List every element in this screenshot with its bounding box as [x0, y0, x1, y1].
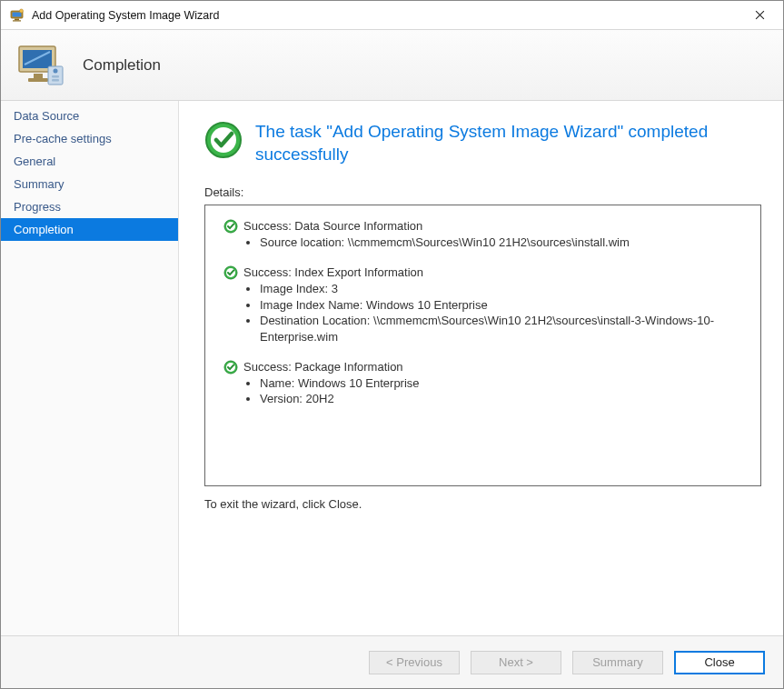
section-items: Name: Windows 10 EnterpriseVersion: 20H2 [260, 375, 746, 407]
success-icon [204, 121, 243, 159]
content-pane: The task "Add Operating System Image Wiz… [179, 101, 783, 635]
previous-button: < Previous [369, 651, 460, 674]
section-title: Success: Index Export Information [243, 265, 423, 281]
svg-rect-3 [13, 20, 21, 21]
details-section: Success: Package InformationName: Window… [223, 359, 746, 407]
section-header: Success: Data Source Information [223, 218, 746, 235]
svg-rect-7 [34, 74, 43, 78]
section-header: Success: Package Information [223, 359, 746, 375]
details-section: Success: Index Export InformationImage I… [223, 265, 746, 344]
main-row: Data SourcePre-cache settingsGeneralSumm… [1, 101, 783, 635]
headline-row: The task "Add Operating System Image Wiz… [204, 121, 761, 165]
exit-hint: To exit the wizard, click Close. [204, 497, 761, 511]
section-item: Image Index Name: Windows 10 Enterprise [260, 297, 746, 314]
wizard-banner: Completion [1, 30, 783, 101]
details-section: Success: Data Source InformationSource l… [223, 218, 746, 250]
svg-rect-11 [52, 75, 59, 78]
svg-rect-8 [28, 78, 48, 82]
section-items: Source location: \\cmmemcm\Sources\Win10… [260, 235, 746, 251]
svg-point-10 [54, 68, 58, 73]
step-title: Completion [83, 56, 161, 75]
monitor-icon [15, 43, 66, 88]
section-item: Image Index: 3 [260, 281, 746, 297]
title-bar: Add Operating System Image Wizard [1, 1, 783, 30]
sidebar-item-general[interactable]: General [1, 150, 178, 173]
sidebar: Data SourcePre-cache settingsGeneralSumm… [1, 101, 179, 635]
section-title: Success: Package Information [243, 359, 403, 375]
svg-rect-2 [15, 18, 19, 20]
section-title: Success: Data Source Information [243, 218, 422, 235]
sidebar-item-pre-cache-settings[interactable]: Pre-cache settings [1, 127, 178, 150]
headline: The task "Add Operating System Image Wiz… [255, 121, 761, 165]
svg-point-4 [20, 9, 24, 13]
next-button: Next > [471, 651, 561, 674]
section-item: Destination Location: \\cmmemcm\Sources\… [260, 313, 746, 344]
sidebar-item-summary[interactable]: Summary [1, 173, 178, 195]
section-item: Version: 20H2 [260, 391, 746, 407]
section-item: Name: Windows 10 Enterprise [260, 375, 746, 392]
close-window-button[interactable] [741, 2, 778, 29]
success-icon [223, 360, 238, 374]
section-items: Image Index: 3Image Index Name: Windows … [260, 281, 746, 344]
sidebar-item-progress[interactable]: Progress [1, 195, 178, 218]
section-header: Success: Index Export Information [223, 265, 746, 281]
section-item: Source location: \\cmmemcm\Sources\Win10… [260, 235, 746, 251]
sidebar-item-completion[interactable]: Completion [1, 218, 178, 241]
success-icon [223, 219, 238, 234]
app-icon [10, 8, 25, 23]
summary-button: Summary [572, 651, 663, 674]
svg-rect-12 [52, 79, 59, 82]
details-label: Details: [204, 185, 761, 199]
close-button[interactable]: Close [674, 651, 765, 674]
details-box[interactable]: Success: Data Source InformationSource l… [204, 205, 761, 486]
success-icon [223, 265, 238, 280]
footer: < Previous Next > Summary Close [1, 635, 783, 688]
window-title: Add Operating System Image Wizard [32, 9, 741, 22]
svg-rect-1 [13, 12, 22, 16]
sidebar-item-data-source[interactable]: Data Source [1, 105, 178, 127]
